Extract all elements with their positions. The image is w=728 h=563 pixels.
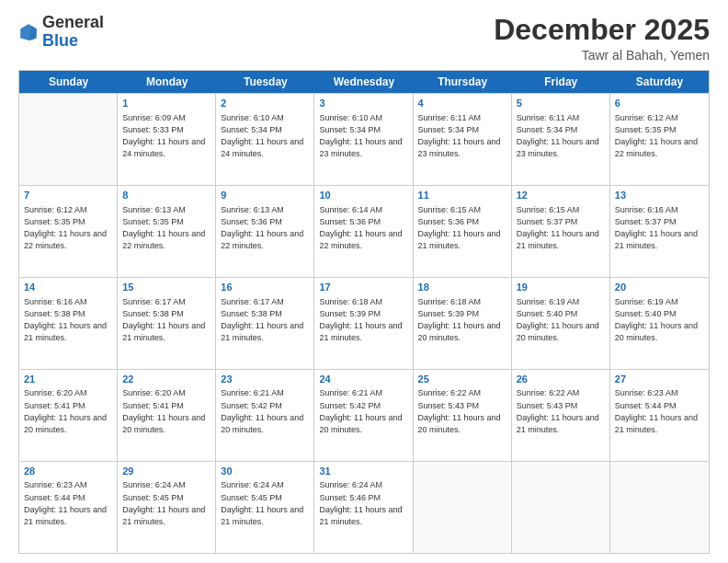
cell-details: Sunrise: 6:11 AM Sunset: 5:34 PM Dayligh… (517, 112, 605, 160)
calendar-cell-r1-c5: 12Sunrise: 6:15 AM Sunset: 5:37 PM Dayli… (512, 186, 610, 277)
calendar-cell-r4-c2: 30Sunrise: 6:24 AM Sunset: 5:45 PM Dayli… (216, 462, 314, 553)
calendar-cell-r4-c0: 28Sunrise: 6:23 AM Sunset: 5:44 PM Dayli… (19, 462, 118, 553)
day-number: 24 (319, 373, 407, 386)
header-thursday: Thursday (414, 71, 512, 93)
cell-details: Sunrise: 6:09 AM Sunset: 5:33 PM Dayligh… (122, 112, 210, 160)
day-number: 3 (319, 97, 407, 110)
cell-details: Sunrise: 6:23 AM Sunset: 5:44 PM Dayligh… (24, 479, 112, 527)
cell-details: Sunrise: 6:18 AM Sunset: 5:39 PM Dayligh… (319, 296, 407, 344)
calendar-cell-r2-c5: 19Sunrise: 6:19 AM Sunset: 5:40 PM Dayli… (512, 278, 610, 369)
calendar-cell-r1-c2: 9Sunrise: 6:13 AM Sunset: 5:36 PM Daylig… (216, 186, 314, 277)
calendar-cell-r4-c4 (414, 462, 512, 553)
day-number: 4 (418, 97, 506, 110)
day-number: 15 (122, 281, 210, 294)
calendar-cell-r0-c2: 2Sunrise: 6:10 AM Sunset: 5:34 PM Daylig… (216, 94, 314, 185)
cell-details: Sunrise: 6:20 AM Sunset: 5:41 PM Dayligh… (24, 387, 112, 435)
day-number: 29 (122, 465, 210, 478)
calendar-body: 1Sunrise: 6:09 AM Sunset: 5:33 PM Daylig… (19, 93, 709, 553)
cell-details: Sunrise: 6:15 AM Sunset: 5:37 PM Dayligh… (517, 204, 605, 252)
calendar-cell-r3-c2: 23Sunrise: 6:21 AM Sunset: 5:42 PM Dayli… (216, 370, 314, 461)
day-number: 5 (517, 97, 605, 110)
calendar: Sunday Monday Tuesday Wednesday Thursday… (18, 70, 710, 554)
subtitle: Tawr al Bahah, Yemen (494, 48, 710, 63)
cell-details: Sunrise: 6:22 AM Sunset: 5:43 PM Dayligh… (418, 387, 506, 435)
cell-details: Sunrise: 6:19 AM Sunset: 5:40 PM Dayligh… (615, 296, 704, 344)
cell-details: Sunrise: 6:16 AM Sunset: 5:37 PM Dayligh… (615, 204, 704, 252)
day-number: 18 (418, 281, 506, 294)
calendar-cell-r4-c3: 31Sunrise: 6:24 AM Sunset: 5:46 PM Dayli… (314, 462, 413, 553)
cell-details: Sunrise: 6:24 AM Sunset: 5:45 PM Dayligh… (122, 479, 210, 527)
calendar-row-4: 28Sunrise: 6:23 AM Sunset: 5:44 PM Dayli… (19, 461, 709, 553)
month-title: December 2025 (494, 14, 710, 46)
calendar-cell-r0-c4: 4Sunrise: 6:11 AM Sunset: 5:34 PM Daylig… (414, 94, 512, 185)
header-wednesday: Wednesday (314, 71, 413, 93)
day-number: 6 (615, 97, 704, 110)
day-number: 23 (221, 373, 309, 386)
calendar-cell-r1-c3: 10Sunrise: 6:14 AM Sunset: 5:36 PM Dayli… (314, 186, 413, 277)
cell-details: Sunrise: 6:24 AM Sunset: 5:46 PM Dayligh… (319, 479, 407, 527)
day-number: 14 (24, 281, 112, 294)
calendar-cell-r2-c6: 20Sunrise: 6:19 AM Sunset: 5:40 PM Dayli… (610, 278, 709, 369)
day-number: 13 (615, 189, 704, 202)
day-number: 28 (24, 465, 112, 478)
calendar-cell-r3-c6: 27Sunrise: 6:23 AM Sunset: 5:44 PM Dayli… (610, 370, 709, 461)
cell-details: Sunrise: 6:10 AM Sunset: 5:34 PM Dayligh… (319, 112, 407, 160)
cell-details: Sunrise: 6:22 AM Sunset: 5:43 PM Dayligh… (517, 387, 605, 435)
calendar-header: Sunday Monday Tuesday Wednesday Thursday… (19, 71, 709, 93)
calendar-cell-r4-c1: 29Sunrise: 6:24 AM Sunset: 5:45 PM Dayli… (118, 462, 216, 553)
day-number: 31 (319, 465, 407, 478)
header-tuesday: Tuesday (216, 71, 314, 93)
title-block: December 2025 Tawr al Bahah, Yemen (494, 14, 710, 63)
header-monday: Monday (118, 71, 216, 93)
cell-details: Sunrise: 6:12 AM Sunset: 5:35 PM Dayligh… (24, 204, 112, 252)
day-number: 16 (221, 281, 309, 294)
cell-details: Sunrise: 6:24 AM Sunset: 5:45 PM Dayligh… (221, 479, 309, 527)
logo: General Blue (18, 14, 104, 51)
day-number: 30 (221, 465, 309, 478)
calendar-cell-r0-c0 (19, 94, 118, 185)
header: General Blue December 2025 Tawr al Bahah… (18, 14, 710, 63)
day-number: 12 (517, 189, 605, 202)
calendar-cell-r0-c1: 1Sunrise: 6:09 AM Sunset: 5:33 PM Daylig… (118, 94, 216, 185)
day-number: 26 (517, 373, 605, 386)
day-number: 21 (24, 373, 112, 386)
day-number: 22 (122, 373, 210, 386)
header-sunday: Sunday (19, 71, 118, 93)
day-number: 1 (122, 97, 210, 110)
day-number: 10 (319, 189, 407, 202)
calendar-row-2: 14Sunrise: 6:16 AM Sunset: 5:38 PM Dayli… (19, 277, 709, 369)
cell-details: Sunrise: 6:15 AM Sunset: 5:36 PM Dayligh… (418, 204, 506, 252)
calendar-cell-r4-c5 (512, 462, 610, 553)
cell-details: Sunrise: 6:13 AM Sunset: 5:35 PM Dayligh… (122, 204, 210, 252)
calendar-cell-r3-c1: 22Sunrise: 6:20 AM Sunset: 5:41 PM Dayli… (118, 370, 216, 461)
calendar-cell-r3-c5: 26Sunrise: 6:22 AM Sunset: 5:43 PM Dayli… (512, 370, 610, 461)
day-number: 27 (615, 373, 704, 386)
calendar-cell-r3-c3: 24Sunrise: 6:21 AM Sunset: 5:42 PM Dayli… (314, 370, 413, 461)
day-number: 9 (221, 189, 309, 202)
calendar-cell-r3-c4: 25Sunrise: 6:22 AM Sunset: 5:43 PM Dayli… (414, 370, 512, 461)
cell-details: Sunrise: 6:21 AM Sunset: 5:42 PM Dayligh… (319, 387, 407, 435)
day-number: 2 (221, 97, 309, 110)
day-number: 11 (418, 189, 506, 202)
cell-details: Sunrise: 6:14 AM Sunset: 5:36 PM Dayligh… (319, 204, 407, 252)
cell-details: Sunrise: 6:16 AM Sunset: 5:38 PM Dayligh… (24, 296, 112, 344)
header-friday: Friday (512, 71, 610, 93)
cell-details: Sunrise: 6:18 AM Sunset: 5:39 PM Dayligh… (418, 296, 506, 344)
day-number: 17 (319, 281, 407, 294)
day-number: 20 (615, 281, 704, 294)
calendar-cell-r2-c4: 18Sunrise: 6:18 AM Sunset: 5:39 PM Dayli… (414, 278, 512, 369)
logo-blue-text: Blue (42, 31, 78, 50)
calendar-row-3: 21Sunrise: 6:20 AM Sunset: 5:41 PM Dayli… (19, 369, 709, 461)
calendar-row-1: 7Sunrise: 6:12 AM Sunset: 5:35 PM Daylig… (19, 185, 709, 277)
cell-details: Sunrise: 6:12 AM Sunset: 5:35 PM Dayligh… (615, 112, 704, 160)
calendar-cell-r1-c6: 13Sunrise: 6:16 AM Sunset: 5:37 PM Dayli… (610, 186, 709, 277)
calendar-cell-r1-c4: 11Sunrise: 6:15 AM Sunset: 5:36 PM Dayli… (414, 186, 512, 277)
cell-details: Sunrise: 6:20 AM Sunset: 5:41 PM Dayligh… (122, 387, 210, 435)
cell-details: Sunrise: 6:10 AM Sunset: 5:34 PM Dayligh… (221, 112, 309, 160)
cell-details: Sunrise: 6:19 AM Sunset: 5:40 PM Dayligh… (517, 296, 605, 344)
day-number: 8 (122, 189, 210, 202)
calendar-row-0: 1Sunrise: 6:09 AM Sunset: 5:33 PM Daylig… (19, 93, 709, 185)
calendar-cell-r2-c2: 16Sunrise: 6:17 AM Sunset: 5:38 PM Dayli… (216, 278, 314, 369)
calendar-cell-r2-c1: 15Sunrise: 6:17 AM Sunset: 5:38 PM Dayli… (118, 278, 216, 369)
calendar-cell-r4-c6 (610, 462, 709, 553)
